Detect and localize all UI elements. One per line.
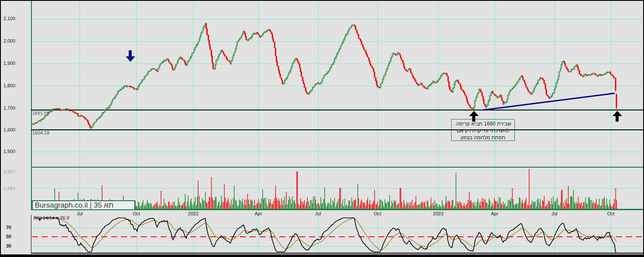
- x-axis-tick-2023-6: 2023: [433, 211, 443, 216]
- chart-root: 2,1002,0001,9001,8001,7001,6001,5003,967…: [0, 0, 644, 257]
- price-axis-tick-5: 1,600: [3, 127, 15, 132]
- annotation-line-1: שבירת 1690 תביא קריסה.: [452, 120, 514, 127]
- x-axis-tick-2022-2: 2022: [188, 211, 198, 216]
- x-axis-tick-jul-4: Jul: [315, 211, 321, 216]
- support-level-label-0: 1691.50: [32, 110, 50, 116]
- support-level-label-1: 1604.18: [32, 130, 50, 135]
- volume-axis-tick-1: 1,984: [3, 186, 15, 191]
- price-axis-tick-6: 1,500: [3, 149, 15, 154]
- x-axis-tick-apr-3: Apr: [254, 211, 262, 216]
- x-axis-tick-oct-1: Oct: [133, 211, 140, 216]
- x-axis-tick-oct-9: Oct: [607, 211, 614, 216]
- annotation-line-2: להערכתי זה יקרה רק אם: [452, 127, 514, 134]
- price-axis-tick-4: 1,700: [3, 105, 15, 110]
- rsi-axis-tick-0: 70: [6, 225, 11, 230]
- annotation-line-3: תפתח מלחמה בצפון: [452, 134, 514, 141]
- rsi-indicator-label: RSI 14/14 = 26.9: [34, 215, 69, 220]
- x-axis-tick-jul-8: Jul: [551, 211, 557, 216]
- x-axis-tick-apr-7: Apr: [491, 211, 498, 216]
- x-axis-tick-jul-0: Jul: [77, 211, 83, 216]
- rsi-axis-tick-2: 30: [6, 243, 11, 248]
- chart-canvas: [0, 0, 644, 257]
- annotation-box: שבירת 1690 תביא קריסה. להערכתי זה יקרה ר…: [451, 119, 515, 141]
- volume-axis-tick-0: 3,967: [3, 169, 15, 174]
- rsi-axis-tick-1: 50: [6, 234, 11, 239]
- x-axis-tick-oct-5: Oct: [374, 211, 381, 216]
- price-axis-tick-0: 2,100: [3, 16, 15, 21]
- price-axis-tick-1: 2,000: [3, 38, 15, 43]
- price-axis-tick-3: 1,800: [3, 83, 15, 88]
- price-axis-tick-2: 1,900: [3, 61, 15, 66]
- watermark-logo: Bursagraph.co.il | 35 תא: [32, 200, 135, 210]
